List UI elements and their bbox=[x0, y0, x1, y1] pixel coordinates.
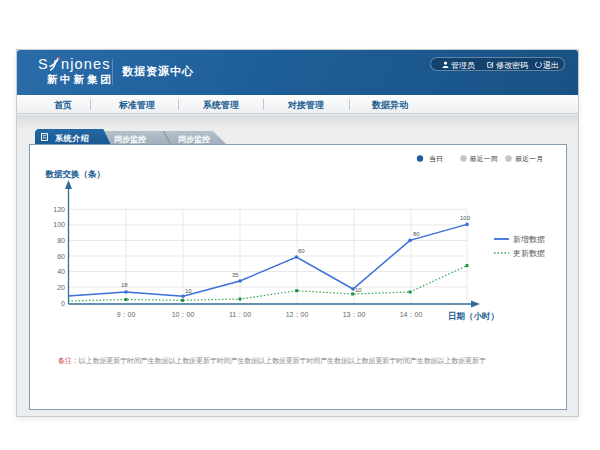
svg-text:11：00: 11：00 bbox=[229, 311, 251, 318]
svg-text:数据交换（条）: 数据交换（条） bbox=[45, 169, 106, 179]
svg-text:100: 100 bbox=[53, 221, 65, 228]
svg-text:10: 10 bbox=[355, 287, 362, 293]
svg-text:10：00: 10：00 bbox=[172, 311, 195, 318]
svg-text:最近一周: 最近一周 bbox=[470, 155, 498, 162]
svg-text:14：00: 14：00 bbox=[400, 311, 423, 318]
svg-text:当日: 当日 bbox=[429, 155, 443, 163]
svg-text:80: 80 bbox=[57, 237, 65, 244]
svg-text:35: 35 bbox=[232, 272, 239, 278]
svg-text:最近一月: 最近一月 bbox=[515, 155, 543, 163]
svg-text:60: 60 bbox=[57, 253, 65, 260]
svg-text:40: 40 bbox=[57, 268, 65, 275]
svg-text:60: 60 bbox=[298, 248, 305, 254]
svg-text:新增数据: 新增数据 bbox=[513, 235, 545, 244]
svg-text:日期（小时）: 日期（小时） bbox=[448, 311, 499, 321]
svg-text:10: 10 bbox=[185, 288, 192, 294]
svg-text:100: 100 bbox=[460, 215, 471, 221]
svg-text:13：00: 13：00 bbox=[343, 311, 366, 318]
svg-text:12：00: 12：00 bbox=[286, 311, 309, 318]
svg-text:9：00: 9：00 bbox=[117, 311, 136, 318]
svg-text:更新数据: 更新数据 bbox=[513, 249, 545, 258]
svg-text:20: 20 bbox=[57, 284, 65, 291]
svg-text:0: 0 bbox=[61, 300, 65, 307]
svg-text:18: 18 bbox=[121, 282, 128, 288]
svg-text:80: 80 bbox=[413, 231, 420, 237]
svg-text:120: 120 bbox=[53, 206, 65, 213]
